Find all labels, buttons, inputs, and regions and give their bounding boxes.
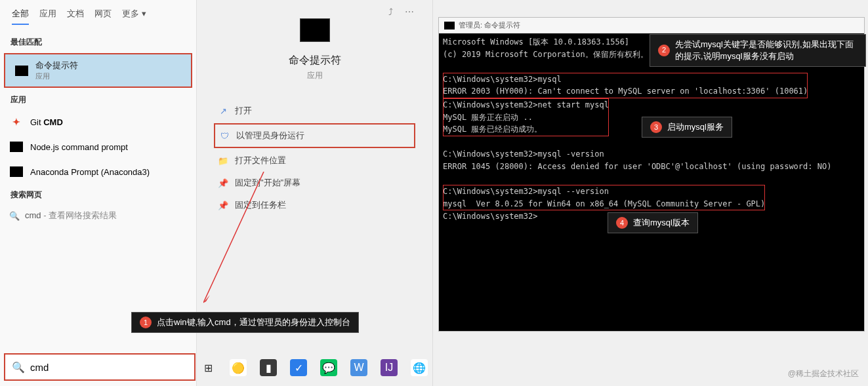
action-pin-start[interactable]: 📌固定到"开始"屏幕 xyxy=(214,172,415,194)
search-input[interactable] xyxy=(30,362,188,373)
node-icon xyxy=(9,140,24,154)
result-cmd[interactable]: 命令提示符 应用 xyxy=(4,53,192,88)
console-output[interactable]: Microsoft Windows [版本 10.0.18363.1556] (… xyxy=(439,33,864,331)
tab-all[interactable]: 全部 xyxy=(12,8,29,25)
badge-4: 4 xyxy=(616,217,628,229)
terminal-icon[interactable]: ▮ xyxy=(260,359,277,376)
taskview-icon[interactable]: ⊞ xyxy=(199,359,217,376)
search-icon: 🔍 xyxy=(9,211,20,221)
preview-title: 命令提示符 xyxy=(289,54,341,68)
edge-icon[interactable]: 🌐 xyxy=(411,359,428,376)
tab-apps[interactable]: 应用 xyxy=(39,8,56,25)
action-open-location[interactable]: 📁打开文件位置 xyxy=(214,149,415,172)
wps-icon[interactable]: W xyxy=(350,359,367,376)
watermark: @稀土掘金技术社区 xyxy=(788,368,859,379)
intellij-icon[interactable]: IJ xyxy=(381,359,398,376)
badge-2: 2 xyxy=(658,45,670,56)
search-icon: 🔍 xyxy=(12,361,25,374)
callout-1: 1 点击win键,输入cmd，通过管理员的身份进入控制台 xyxy=(131,312,359,333)
tab-web[interactable]: 网页 xyxy=(94,8,112,25)
feedback-icon[interactable]: ⤴ xyxy=(388,7,393,17)
cmd-icon xyxy=(14,64,29,78)
section-search-web: 搜索网页 xyxy=(0,184,196,204)
section-apps: 应用 xyxy=(0,89,196,109)
badge-3: 3 xyxy=(650,121,662,133)
result-sub: 应用 xyxy=(35,71,78,81)
ellipsis-icon[interactable]: ⋯ xyxy=(405,7,414,17)
search-bar[interactable]: 🔍 xyxy=(4,353,196,381)
tab-docs[interactable]: 文档 xyxy=(67,8,84,25)
open-icon: ↗ xyxy=(218,106,228,116)
callout-2: 2 先尝试mysql关键字是否能够识别,如果出现下面的提示,说明mysql服务没… xyxy=(650,34,866,67)
action-open[interactable]: ↗打开 xyxy=(214,100,415,122)
preview-app-icon xyxy=(300,18,330,42)
preview-sub: 应用 xyxy=(307,70,323,81)
todo-icon[interactable]: ✓ xyxy=(290,359,307,376)
badge-1: 1 xyxy=(140,317,152,328)
shield-icon: 🛡 xyxy=(219,131,230,141)
tab-more[interactable]: 更多 ▾ xyxy=(122,8,146,25)
section-best-match: 最佳匹配 xyxy=(0,31,196,52)
chrome-icon[interactable]: 🟡 xyxy=(230,359,247,376)
folder-icon: 📁 xyxy=(218,156,228,166)
search-tabs: 全部 应用 文档 网页 更多 ▾ xyxy=(0,5,196,31)
git-icon: ✦ xyxy=(9,115,24,129)
action-pin-taskbar[interactable]: 📌固定到任务栏 xyxy=(214,194,415,216)
result-nodejs-prompt[interactable]: Node.js command prompt xyxy=(0,134,196,159)
callout-3: 3 启动mysql服务 xyxy=(642,117,732,138)
result-anaconda-prompt[interactable]: Anaconda Prompt (Anaconda3) xyxy=(0,159,196,184)
taskbar: ⊞ 🟡 ▮ ✓ 💬 W IJ 🌐 xyxy=(199,356,428,379)
cmd-title-icon xyxy=(444,22,455,29)
anaconda-icon xyxy=(9,164,24,179)
pin-icon: 📌 xyxy=(218,178,228,188)
pin-icon: 📌 xyxy=(218,201,228,210)
titlebar[interactable]: 管理员: 命令提示符 xyxy=(439,18,864,33)
web-search-cmd[interactable]: 🔍 cmd - 查看网络搜索结果 xyxy=(0,204,196,227)
result-git-cmd[interactable]: ✦ Git CMD xyxy=(0,109,196,134)
result-title: 命令提示符 xyxy=(35,60,78,71)
header-icons: ⤴ ⋯ xyxy=(382,0,421,24)
callout-4: 4 查询mysql版本 xyxy=(608,212,698,233)
wechat-icon[interactable]: 💬 xyxy=(320,359,337,376)
action-run-as-admin[interactable]: 🛡以管理员身份运行 xyxy=(214,123,415,148)
